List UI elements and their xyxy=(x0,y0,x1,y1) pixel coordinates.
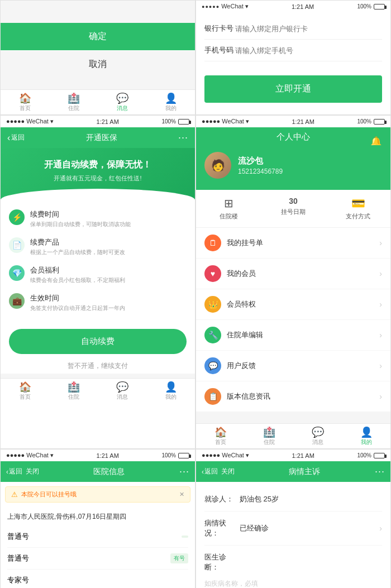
tab-renew-home[interactable]: 🏠 首页 xyxy=(1,382,49,401)
condition-row[interactable]: 病情状况： 已经确诊 › xyxy=(204,511,382,546)
tab-hospital[interactable]: 🏥 住院 xyxy=(49,93,98,112)
tab-messages[interactable]: 💬 消息 xyxy=(98,93,146,112)
tab-mine[interactable]: 👤 我的 xyxy=(146,93,195,112)
dept-item-1[interactable]: 普通号 有号 xyxy=(7,548,188,570)
member-icon: ♥ xyxy=(204,265,221,282)
renew-back-button[interactable]: ‹ 返回 xyxy=(7,133,25,143)
notice-bar: ⚠ 本院今日可以挂号哦 ✕ xyxy=(5,486,190,503)
tab-renew-hospital[interactable]: 🏥 住院 xyxy=(49,382,98,401)
status-bar: ●●●●● WeChat ▾ 1:21 AM 100% xyxy=(196,1,390,12)
hospital-back-button[interactable]: ‹ 返回 xyxy=(6,467,22,476)
orders-icon: 🗒 xyxy=(204,235,221,251)
feature-effect-title: 生效时间 xyxy=(30,293,125,303)
complaint-close-button[interactable]: 关闭 xyxy=(221,467,235,476)
condition-arrow-icon: › xyxy=(379,524,382,533)
confirm-button[interactable]: 确定 xyxy=(1,23,195,50)
status-bar-renew: ●●●●● WeChat ▾ 1:21 AM 100% xyxy=(1,116,195,127)
cancel-button[interactable]: 取消 xyxy=(1,51,195,78)
menu-item-orders[interactable]: 🗒 我的挂号单 › xyxy=(196,228,390,259)
tab-profile-hospital[interactable]: 🏥 住院 xyxy=(245,427,293,446)
menu-item-privilege[interactable]: 👑 会员特权 › xyxy=(196,289,390,320)
notice-close-button[interactable]: ✕ xyxy=(179,491,184,498)
hospital-icon: 🏥 xyxy=(68,93,80,103)
dept-item-0[interactable]: 普通号 xyxy=(7,526,188,548)
diagnosis-row: 医生诊断： 如疾病名称，必填 xyxy=(204,546,382,588)
ward-icon: ⊞ xyxy=(224,197,233,210)
menu-item-member[interactable]: ♥ 我的会员 › xyxy=(196,259,390,289)
message-icon-r: 💬 xyxy=(116,382,128,392)
diagnosis-placeholder: 如疾病名称，必填 xyxy=(204,579,258,588)
bank-form: 银行卡号 手机号码 xyxy=(196,12,390,67)
bank-card-row: 银行卡号 xyxy=(204,18,382,40)
condition-value: 已经确诊 xyxy=(240,523,375,533)
quick-nav-date[interactable]: 30 挂号日期 xyxy=(261,197,326,221)
feedback-icon: 💬 xyxy=(204,357,221,374)
quick-nav-payment[interactable]: 💳 支付方式 xyxy=(326,197,390,221)
profile-phone: 152123456789 xyxy=(238,168,283,175)
tab-profile-home[interactable]: 🏠 首页 xyxy=(196,427,245,446)
dept-name-1: 普通号 xyxy=(7,553,29,563)
feature-item-effect: 💼 生效时间 免签支付协议自动开通之日起算一年内 xyxy=(9,289,187,317)
renew-nav-title: 开通医保 xyxy=(25,133,178,143)
open-service-button[interactable]: 立即开通 xyxy=(204,75,382,103)
feature-item-product: 📄 续费产品 根据上一个产品自动续费，随时可更改 xyxy=(9,233,187,261)
edit-icon: 🔧 xyxy=(204,327,221,343)
feature-time-icon: ⚡ xyxy=(9,209,25,225)
menu-item-feedback[interactable]: 💬 用户反馈 › xyxy=(196,351,390,381)
menu-item-edit[interactable]: 🔧 住院单编辑 › xyxy=(196,320,390,351)
tab-renew-hospital-label: 住院 xyxy=(68,393,79,401)
phone-input[interactable] xyxy=(235,46,382,55)
panel-confirm: 确定 取消 🏠 首页 🏥 住院 💬 消息 👤 我的 xyxy=(0,0,196,115)
person-icon: 👤 xyxy=(165,93,177,103)
feature-product-title: 续费产品 xyxy=(30,237,125,247)
tab-renew-msg-label: 消息 xyxy=(117,393,128,401)
tab-home[interactable]: 🏠 首页 xyxy=(1,93,49,112)
feature-item-time: ⚡ 续费时间 保单到期日自动续费，可随时取消该功能 xyxy=(9,205,187,233)
dept-item-2[interactable]: 专家号 xyxy=(7,570,188,588)
menu-item-version[interactable]: 📋 版本信息资讯 › xyxy=(196,381,390,412)
panel-complaint: ●●●●● WeChat ▾ 1:21 AM 100% ‹ 返回 关闭 病情主诉… xyxy=(196,449,391,588)
version-icon: 📋 xyxy=(204,388,221,405)
renew-features-list: ⚡ 续费时间 保单到期日自动续费，可随时取消该功能 📄 续费产品 根据上一个产品… xyxy=(1,199,195,322)
person-icon-r: 👤 xyxy=(165,382,177,392)
skip-link[interactable]: 暂不开通，继续支付 xyxy=(1,358,195,374)
hospital-info-text: 上海市人民医院,骨伤科,07月16日星期四 xyxy=(1,507,195,526)
hospital-close-button[interactable]: 关闭 xyxy=(26,467,39,476)
feature-member-title: 会员福利 xyxy=(30,265,125,275)
tab-renew-msg[interactable]: 💬 消息 xyxy=(98,382,146,401)
back-arrow-icon: ‹ xyxy=(7,133,10,143)
tab-renew-mine[interactable]: 👤 我的 xyxy=(146,382,195,401)
patient-label: 就诊人： xyxy=(204,494,235,504)
condition-label: 病情状况： xyxy=(204,518,235,538)
tab-profile-mine[interactable]: 👤 我的 xyxy=(342,427,390,446)
tab-renew-mine-label: 我的 xyxy=(165,393,177,401)
quick-nav-ward[interactable]: ⊞ 住院楼 xyxy=(196,197,261,221)
payment-icon: 💳 xyxy=(351,197,365,210)
bank-card-label: 银行卡号 xyxy=(204,23,235,34)
tab-bar-profile: 🏠 首页 🏥 住院 💬 消息 👤 我的 xyxy=(196,423,390,448)
arrow-icon-edit: › xyxy=(379,331,382,340)
version-label: 版本信息资讯 xyxy=(227,391,374,401)
payment-label: 支付方式 xyxy=(346,212,370,221)
bank-card-input[interactable] xyxy=(235,25,382,33)
arrow-icon-feedback: › xyxy=(379,361,382,370)
complaint-back-button[interactable]: ‹ 返回 xyxy=(202,467,218,476)
feature-product-icon: 📄 xyxy=(9,237,25,253)
date-label: 挂号日期 xyxy=(281,208,306,216)
profile-quick-nav: ⊞ 住院楼 30 挂号日期 💳 支付方式 xyxy=(196,190,390,228)
patient-value: 奶油包 25岁 xyxy=(240,494,382,504)
tab-mine-label: 我的 xyxy=(165,104,177,112)
status-bar-profile: ●●●●● WeChat ▾ 1:21 AM 100% xyxy=(196,116,390,127)
hospital-more-icon[interactable]: ··· xyxy=(179,466,189,477)
renew-banner: 开通自动续费，保障无忧！ 开通就有五元现金，红包任性送! xyxy=(1,148,195,199)
feature-effect-icon: 💼 xyxy=(9,293,25,309)
renew-more-icon[interactable]: ··· xyxy=(178,132,188,144)
dept-list: 普通号 普通号 有号 专家号 xyxy=(1,526,195,588)
renew-banner-title: 开通自动续费，保障无忧！ xyxy=(9,159,187,171)
auto-renew-button[interactable]: 自动续费 xyxy=(9,329,187,354)
tab-profile-msg[interactable]: 💬 消息 xyxy=(293,427,342,446)
profile-menu-list: 🗒 我的挂号单 › ♥ 我的会员 › 👑 会员特权 › 🔧 住院单编辑 › 💬 xyxy=(196,228,390,412)
complaint-more-icon[interactable]: ··· xyxy=(375,466,385,477)
ward-label: 住院楼 xyxy=(220,212,238,221)
profile-name: 流沙包 xyxy=(238,156,283,166)
